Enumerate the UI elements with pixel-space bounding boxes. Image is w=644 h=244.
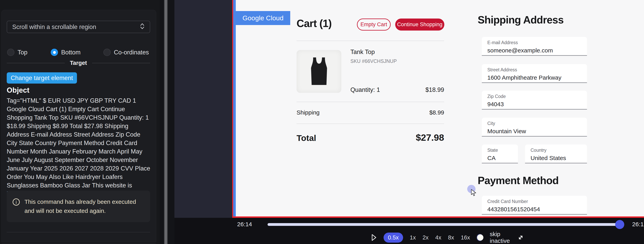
payment-method-heading: Payment Method <box>478 174 558 187</box>
end-time: 26:1 <box>632 221 644 228</box>
cart-title: Cart (1) <box>296 17 332 29</box>
card-bottom-divider <box>7 232 150 232</box>
info-message: This command has already been executed a… <box>24 197 144 216</box>
change-target-button[interactable]: Change target element <box>7 72 77 84</box>
radio-bottom[interactable]: Bottom <box>51 49 80 56</box>
country-field[interactable]: Country United States <box>525 144 587 163</box>
object-heading: Object <box>7 86 30 94</box>
action-select[interactable]: Scroll within a scrollable region <box>7 21 150 33</box>
sidebar-scroll-strip <box>160 0 174 244</box>
action-select-value: Scroll within a scrollable region <box>12 23 140 30</box>
radio-top[interactable]: Top <box>7 49 28 56</box>
credit-card-number-field[interactable]: Credit Card Number 4432801561520454 <box>482 196 587 215</box>
timeline-handle[interactable] <box>615 220 624 229</box>
cart-divider <box>296 102 444 102</box>
command-info-banner: i This command has already been executed… <box>7 191 150 222</box>
shipping-address-heading: Shipping Address <box>478 14 564 26</box>
state-value: CA <box>487 155 518 161</box>
cart-divider <box>296 124 444 124</box>
credit-card-number-value: 4432801561520454 <box>487 206 587 213</box>
product-price: $18.99 <box>414 86 444 93</box>
state-label: State <box>487 148 518 153</box>
browser-page: Google Cloud Cart (1) Empty Cart Continu… <box>236 0 644 217</box>
street-address-label: Street Address <box>487 67 587 72</box>
object-description-text: Tag="HTML" $ EUR USD JPY GBP TRY CAD 1 G… <box>7 96 151 198</box>
next-command-card-edge <box>2 243 156 244</box>
city-label: City <box>487 121 587 126</box>
radio-coordinates-circle[interactable] <box>104 49 111 56</box>
continue-shopping-button[interactable]: Continue Shopping <box>395 18 444 30</box>
shipping-cost-label: Shipping <box>296 109 320 116</box>
zip-code-label: Zip Code <box>487 94 587 99</box>
total-value: $27.98 <box>405 132 444 143</box>
city-field[interactable]: City Mountain View <box>482 118 587 137</box>
state-field[interactable]: State CA <box>482 144 518 163</box>
empty-cart-button[interactable]: Empty Cart <box>357 18 391 30</box>
playback-controls: 0.5x 1x 2x 4x 8x 16x skip inactive <box>371 232 525 243</box>
target-section-label: Target <box>70 60 87 66</box>
target-section-divider: Target <box>7 60 150 66</box>
radio-coordinates[interactable]: Co-ordinates <box>104 49 149 56</box>
play-button[interactable] <box>371 234 377 242</box>
speed-1x-button[interactable]: 1x <box>410 234 416 241</box>
product-quantity: Quantity: 1 <box>350 86 380 93</box>
speed-4x-button[interactable]: 4x <box>435 234 441 241</box>
radio-bottom-label: Bottom <box>61 49 80 56</box>
info-icon: i <box>13 199 20 206</box>
zip-code-field[interactable]: Zip Code 94043 <box>482 91 587 110</box>
divider-line <box>92 63 150 63</box>
target-element-highlight-edge <box>233 0 236 217</box>
email-field[interactable]: E-mail Address someone@example.com <box>482 37 587 56</box>
sidebar-scrollbar-thumb[interactable] <box>164 0 168 244</box>
email-field-label: E-mail Address <box>487 40 587 45</box>
scroll-position-radios: Top Bottom Co-ordinates <box>2 49 156 57</box>
street-address-value: 1600 Amphitheatre Parkway <box>487 74 587 81</box>
toggle-knob <box>477 234 484 241</box>
credit-card-number-label: Credit Card Number <box>487 199 587 204</box>
select-chevrons-icon <box>140 23 144 31</box>
product-sku: SKU #66VCHSJNUP <box>350 58 397 64</box>
city-value: Mountain View <box>487 128 587 135</box>
product-image <box>296 50 341 93</box>
shipping-cost-value: $8.99 <box>414 109 444 116</box>
total-label: Total <box>296 133 316 143</box>
radio-coordinates-label: Co-ordinates <box>114 49 149 56</box>
speed-0-5x-button[interactable]: 0.5x <box>384 233 403 243</box>
street-address-field[interactable]: Street Address 1600 Amphitheatre Parkway <box>482 64 587 83</box>
speed-2x-button[interactable]: 2x <box>422 234 428 241</box>
tank-top-illustration <box>304 53 334 90</box>
email-field-value: someone@example.com <box>487 47 587 54</box>
app-root: Scroll within a scrollable region Top Bo… <box>0 0 644 244</box>
radio-top-circle[interactable] <box>7 49 14 56</box>
fullscreen-button[interactable] <box>516 233 525 242</box>
speed-16x-button[interactable]: 16x <box>461 234 470 241</box>
zip-code-value: 94043 <box>487 101 587 108</box>
skip-inactive-label: skip inactive <box>490 231 510 244</box>
country-value: United States <box>530 155 587 161</box>
speed-8x-button[interactable]: 8x <box>448 234 454 241</box>
skip-inactive-toggle[interactable] <box>477 234 483 241</box>
country-label: Country <box>530 148 587 153</box>
cart-divider <box>296 41 444 41</box>
timeline-track[interactable] <box>268 223 621 226</box>
current-time: 26:14 <box>237 221 252 228</box>
command-card: Scroll within a scrollable region Top Bo… <box>2 10 156 242</box>
brand-badge[interactable]: Google Cloud <box>236 11 290 25</box>
divider-line <box>7 63 65 63</box>
player-bar: 26:14 26:1 0.5x 1x 2x 4x 8x 16x skip ina… <box>174 218 644 244</box>
radio-top-label: Top <box>18 49 28 56</box>
radio-bottom-circle[interactable] <box>51 49 58 56</box>
command-sidebar: Scroll within a scrollable region Top Bo… <box>0 0 160 244</box>
viewport-highlight-border-bottom <box>232 217 644 218</box>
product-name: Tank Top <box>350 48 375 56</box>
